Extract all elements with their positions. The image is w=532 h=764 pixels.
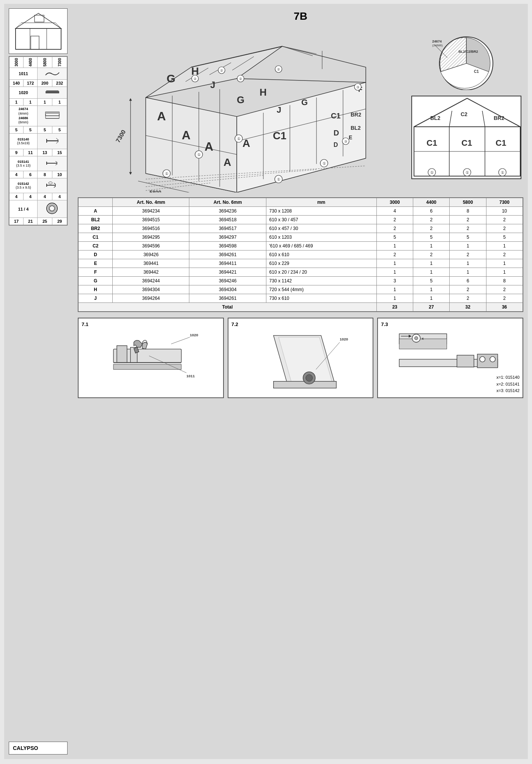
top-diagram-area: A A A A A C1 C1 D D BR2 BL2 E G H bbox=[78, 29, 523, 194]
count3-5800: 13 bbox=[38, 149, 52, 156]
cell-v7300: 8 bbox=[486, 277, 523, 285]
svg-rect-131 bbox=[117, 346, 127, 363]
cell-art6: 3694598 bbox=[189, 242, 266, 250]
svg-text:BL2: BL2 bbox=[430, 115, 441, 121]
cell-v5800: 1 bbox=[450, 259, 486, 268]
count2-5800: 5 bbox=[38, 126, 52, 134]
cell-part: A bbox=[79, 207, 113, 216]
cell-v5800: 1 bbox=[450, 242, 486, 250]
cell-art4: 3694295 bbox=[113, 233, 189, 242]
cell-mm: 730 x 610 bbox=[266, 294, 376, 303]
svg-text:A: A bbox=[242, 137, 250, 149]
cell-art6: 3694236 bbox=[189, 207, 266, 216]
cell-art6: 3694517 bbox=[189, 224, 266, 233]
cell-v4400: 1 bbox=[413, 242, 449, 250]
svg-text:A: A bbox=[224, 156, 231, 168]
count4-7300: 10 bbox=[52, 171, 67, 178]
col-header-5800: 5800 bbox=[450, 198, 486, 207]
count2-4400: 5 bbox=[24, 126, 38, 134]
count1-7300: 1 bbox=[52, 99, 67, 106]
cell-v7300: 2 bbox=[486, 216, 523, 224]
col-header-7300: 7300 bbox=[486, 198, 523, 207]
cell-v4400: 1 bbox=[413, 294, 449, 303]
total-row: Total 23 27 32 36 bbox=[79, 303, 523, 312]
svg-text:②: ② bbox=[239, 77, 242, 81]
cell-mm: 610 x 20 / 234 / 20 bbox=[266, 268, 376, 277]
note-x2: x=2: 015141 bbox=[496, 381, 519, 388]
cell-mm: '610 x 469 / 685 / 469 bbox=[266, 242, 376, 250]
svg-text:E: E bbox=[349, 134, 352, 140]
table-row: F 369442 3694421 610 x 20 / 234 / 20 1 1… bbox=[79, 268, 523, 277]
svg-rect-12 bbox=[46, 91, 59, 93]
svg-point-149 bbox=[415, 337, 418, 340]
cell-part: H bbox=[79, 285, 113, 294]
svg-text:G: G bbox=[301, 98, 308, 107]
cell-art4: 3694515 bbox=[113, 216, 189, 224]
part-015141-label: 015141(3.5 x 13) bbox=[9, 156, 38, 171]
size-5800: 5800 bbox=[38, 57, 52, 68]
cell-v4400: 1 bbox=[413, 268, 449, 277]
size2-232: 232 bbox=[52, 80, 67, 87]
svg-point-143 bbox=[305, 375, 312, 381]
cell-mm: 730 x 1208 bbox=[266, 207, 376, 216]
svg-text:1020: 1020 bbox=[340, 337, 348, 341]
cell-v3000: 2 bbox=[376, 224, 413, 233]
cell-v7300: 1 bbox=[486, 268, 523, 277]
svg-line-10 bbox=[55, 23, 61, 28]
cell-art6: 3694411 bbox=[189, 259, 266, 268]
cell-v4400: 5 bbox=[413, 233, 449, 242]
cell-v5800: 2 bbox=[450, 285, 486, 294]
sidebar-parts-table: 3000 4400 5800 7300 1011 140 bbox=[9, 56, 68, 225]
svg-text:③: ③ bbox=[344, 140, 347, 143]
cell-art4: 3694264 bbox=[113, 294, 189, 303]
svg-line-115 bbox=[449, 111, 452, 127]
count2-3000: 5 bbox=[9, 126, 24, 134]
total-3000: 23 bbox=[376, 303, 413, 312]
svg-text:7300: 7300 bbox=[115, 129, 127, 143]
count1-5800: 1 bbox=[38, 99, 52, 106]
table-row: E 369441 3694411 610 x 229 1 1 1 1 bbox=[79, 259, 523, 268]
svg-text:①: ① bbox=[323, 161, 326, 165]
page: 3000 4400 5800 7300 1011 140 bbox=[4, 4, 528, 759]
cell-art6: 3694297 bbox=[189, 233, 266, 242]
cell-v5800: 2 bbox=[450, 294, 486, 303]
svg-text:BL2: BL2 bbox=[351, 125, 361, 131]
cell-v4400: 2 bbox=[413, 224, 449, 233]
cell-v7300: 2 bbox=[486, 250, 523, 259]
count1-4400: 1 bbox=[24, 99, 38, 106]
cell-v4400: 1 bbox=[413, 259, 449, 268]
part-1020-icon bbox=[38, 87, 67, 99]
svg-rect-147 bbox=[399, 339, 447, 349]
parts-table: Art. No. 4mm Art. No. 6mm mm 3000 4400 5… bbox=[78, 198, 523, 312]
cell-v3000: 1 bbox=[376, 242, 413, 250]
svg-marker-1 bbox=[16, 13, 61, 28]
svg-text:C1: C1 bbox=[427, 138, 437, 148]
part-1020-label: 1020 bbox=[9, 87, 38, 99]
part-015140-label: 015140(3.5x19) bbox=[9, 134, 38, 149]
total-label: Total bbox=[79, 303, 377, 312]
cell-v4400: 1 bbox=[413, 285, 449, 294]
cell-art4: 3694234 bbox=[113, 207, 189, 216]
cell-v3000: 1 bbox=[376, 294, 413, 303]
count1-3000: 1 bbox=[9, 99, 24, 106]
part-1011-icon bbox=[38, 68, 67, 80]
svg-text:x: x bbox=[422, 336, 424, 340]
table-row: C1 3694295 3694297 610 x 1203 5 5 5 5 bbox=[79, 233, 523, 242]
cell-v7300: 2 bbox=[486, 294, 523, 303]
cell-art6: 3694304 bbox=[189, 285, 266, 294]
cell-v5800: 8 bbox=[450, 207, 486, 216]
washer-icon bbox=[38, 200, 67, 218]
svg-text:①: ① bbox=[501, 170, 504, 175]
svg-text:②: ② bbox=[277, 68, 280, 71]
detail-71-label: 7.1 bbox=[82, 321, 220, 327]
part-24674-icon bbox=[38, 106, 67, 126]
cell-part: D bbox=[79, 250, 113, 259]
count4-4400: 6 bbox=[24, 171, 38, 178]
svg-text:C1: C1 bbox=[496, 138, 506, 148]
table-row: A 3694234 3694236 730 x 1208 4 6 8 10 bbox=[79, 207, 523, 216]
svg-text:A: A bbox=[182, 128, 190, 142]
count2-7300: 5 bbox=[52, 126, 67, 134]
cell-art4: 369426 bbox=[113, 250, 189, 259]
svg-text:A: A bbox=[205, 140, 213, 153]
total-7300: 36 bbox=[486, 303, 523, 312]
